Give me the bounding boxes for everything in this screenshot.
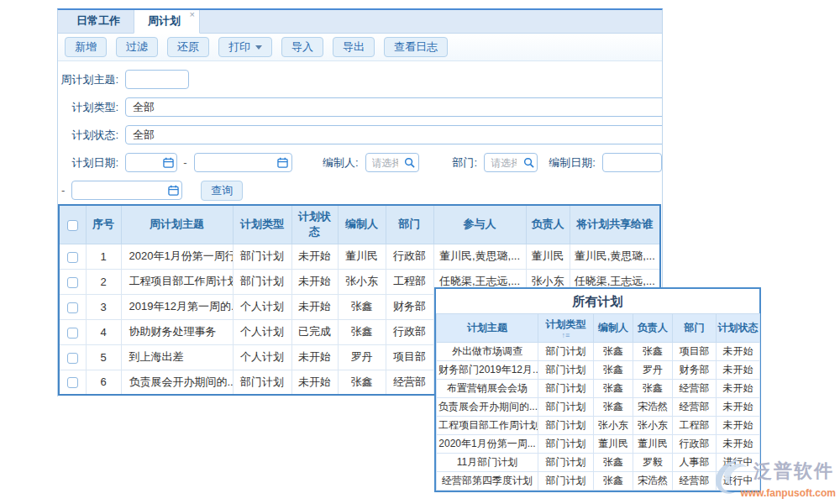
tab-close-icon[interactable]: ×: [190, 9, 195, 19]
sort-ascending-icon[interactable]: ↑≡: [539, 332, 592, 339]
filter-button[interactable]: 过滤: [116, 37, 158, 57]
plan-status-select[interactable]: 全部: [125, 125, 662, 144]
row-checkbox[interactable]: [67, 377, 78, 388]
restore-button[interactable]: 还原: [167, 37, 209, 57]
popup-owner-cell: 宋浩然: [633, 398, 673, 417]
popup-row[interactable]: 财务部门2019年12月... 部门计划 张鑫 罗丹 财务部 未开始: [437, 361, 760, 380]
col-seq: 序号: [86, 205, 121, 244]
popup-owner-cell: 张鑫: [633, 343, 673, 361]
plan-date-start-input[interactable]: [126, 154, 160, 171]
view-log-button[interactable]: 查看日志: [384, 37, 448, 57]
query-button[interactable]: 查询: [201, 181, 243, 201]
calendar-icon[interactable]: [165, 185, 181, 196]
plan-type-select[interactable]: 全部: [125, 97, 662, 117]
subject-link[interactable]: 工程项目部工作周计划: [121, 269, 233, 294]
popup-row[interactable]: 负责展会开办期间的... 部门计划 张鑫 宋浩然 经营部 未开始: [437, 398, 760, 417]
popup-type-cell: 部门计划: [538, 454, 594, 472]
print-button[interactable]: 打印: [218, 37, 272, 57]
dept-filter-input[interactable]: [485, 154, 520, 171]
seq-cell: 5: [86, 344, 121, 370]
popup-col-status[interactable]: 计划状态: [717, 314, 760, 343]
calendar-icon[interactable]: [160, 157, 176, 168]
plan-date-end-box: [194, 153, 292, 172]
subject-link[interactable]: 2019年12月第一周的...: [121, 294, 233, 319]
select-all-checkbox[interactable]: [67, 220, 78, 231]
calendar-icon[interactable]: [275, 157, 291, 168]
type-cell: 部门计划: [233, 370, 291, 395]
seq-cell: 1: [86, 244, 121, 269]
author-filter-box: [365, 153, 419, 172]
author-link[interactable]: 罗丹: [338, 344, 386, 370]
vendor-url: www.fanpusoft.com: [740, 487, 836, 499]
seq-cell: 4: [86, 319, 121, 344]
status-cell: 未开始: [291, 294, 338, 319]
author-filter-label: 编制人:: [323, 155, 359, 171]
dept-cell: 经营部: [386, 370, 433, 395]
author-link[interactable]: 张小东: [338, 269, 386, 294]
popup-author-cell: 张鑫: [594, 454, 633, 472]
type-cell: 个人计划: [233, 344, 291, 370]
popup-owner-cell: 罗丹: [633, 361, 673, 380]
row-checkbox[interactable]: [67, 277, 78, 288]
author-link[interactable]: 张鑫: [338, 294, 386, 319]
author-link[interactable]: 董川民: [338, 244, 386, 269]
toolbar: 新增 过滤 还原 打印 导入 导出 查看日志: [58, 34, 662, 61]
row-select-cell: [59, 344, 86, 370]
popup-status-cell: 未开始: [717, 380, 760, 398]
popup-author-cell: 张鑫: [594, 343, 633, 361]
owner-link[interactable]: 董川民: [526, 244, 570, 269]
popup-col-type[interactable]: 计划类型 ↑≡: [538, 314, 594, 343]
popup-subject-cell: 工程项目部工作周计划: [437, 417, 538, 435]
popup-status-cell: 未开始: [717, 361, 760, 380]
popup-col-subject[interactable]: 计划主题: [437, 314, 538, 343]
search-icon[interactable]: [402, 157, 418, 168]
popup-type-cell: 部门计划: [538, 417, 594, 435]
vendor-watermark: 泛普软件 www.fanpusoft.com: [710, 452, 837, 499]
popup-col-owner[interactable]: 负责人: [633, 314, 673, 343]
row-checkbox[interactable]: [67, 252, 78, 263]
create-date-end-input[interactable]: [72, 181, 165, 199]
chevron-down-icon: [255, 45, 262, 50]
col-type: 计划类型: [233, 205, 291, 244]
popup-col-author[interactable]: 编制人: [594, 314, 633, 343]
subject-link[interactable]: 到上海出差: [121, 344, 233, 370]
col-share: 将计划共享给谁: [570, 205, 660, 244]
author-filter-input[interactable]: [366, 154, 402, 171]
subject-link[interactable]: 协助财务处理事务: [121, 319, 233, 344]
add-button[interactable]: 新增: [65, 37, 107, 57]
plan-date-start-box: [125, 153, 177, 172]
col-status: 计划状态: [291, 205, 338, 244]
tab-daily-work[interactable]: 日常工作: [63, 8, 134, 33]
row-checkbox[interactable]: [67, 302, 78, 313]
vendor-name: 泛普软件: [753, 459, 834, 484]
export-button[interactable]: 导出: [333, 37, 375, 57]
author-link[interactable]: 张鑫: [338, 319, 386, 344]
author-link[interactable]: 张鑫: [338, 370, 386, 395]
plan-date-end-input[interactable]: [195, 154, 275, 171]
popup-row[interactable]: 2020年1月份第一周... 部门计划 董川民 董川民 行政部 未开始: [437, 435, 760, 454]
subject-link[interactable]: 2020年1月份第一周行...: [121, 244, 233, 269]
popup-type-cell: 部门计划: [538, 361, 594, 380]
popup-type-cell: 部门计划: [538, 380, 594, 398]
popup-title: 所有计划: [436, 289, 759, 313]
subject-link[interactable]: 负责展会开办期间的...: [121, 370, 233, 395]
import-button[interactable]: 导入: [281, 37, 323, 57]
search-icon[interactable]: [520, 157, 537, 168]
date-range-separator: -: [61, 184, 65, 197]
popup-row[interactable]: 布置营销展会会场 部门计划 张鑫 张鑫 经营部 未开始: [437, 380, 760, 398]
popup-row[interactable]: 外出做市场调查 部门计划 张鑫 张鑫 项目部 未开始: [437, 343, 760, 361]
row-checkbox[interactable]: [67, 353, 78, 364]
popup-row[interactable]: 工程项目部工作周计划 部门计划 张小东 张小东 工程部 未开始: [437, 417, 760, 435]
popup-col-dept[interactable]: 部门: [673, 314, 717, 343]
subject-filter-input[interactable]: [126, 71, 188, 88]
popup-dept-cell: 项目部: [673, 343, 717, 361]
tab-bar: 日常工作 周计划 ×: [58, 10, 662, 34]
subject-filter-label: 周计划主题:: [58, 72, 118, 87]
dept-cell: 财务部: [386, 294, 433, 319]
row-checkbox[interactable]: [67, 328, 78, 339]
row-select-cell: [59, 244, 86, 269]
popup-owner-cell: 宋浩然: [633, 472, 673, 491]
create-date-start-input[interactable]: [603, 154, 661, 171]
participants-cell: 董川民,黄思璐,...: [433, 244, 526, 269]
tab-weekly-plan[interactable]: 周计划 ×: [134, 8, 200, 34]
